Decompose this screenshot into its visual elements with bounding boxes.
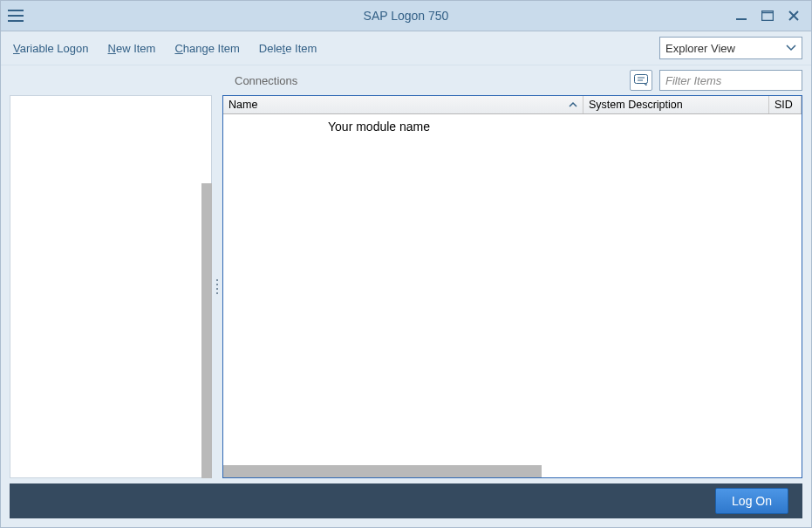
footer-bar: Log On	[10, 483, 802, 518]
filter-input[interactable]	[659, 70, 802, 91]
connections-grid: Name System Description SID Your module …	[222, 95, 802, 478]
window-controls	[734, 9, 811, 23]
splitter-handle[interactable]	[212, 95, 222, 478]
grid-body[interactable]: Your module name	[223, 114, 802, 465]
change-item-link[interactable]: Change Item	[174, 42, 239, 55]
column-header-system-description[interactable]: System Description	[583, 96, 769, 113]
scroll-thumb[interactable]	[223, 465, 542, 477]
comments-icon[interactable]	[630, 70, 652, 91]
left-panel	[10, 95, 212, 478]
tree-view[interactable]	[10, 95, 212, 183]
menu-icon[interactable]	[1, 1, 31, 31]
table-row[interactable]: Your module name	[223, 114, 802, 144]
left-scrollbar[interactable]	[201, 183, 212, 478]
view-mode-select[interactable]: Explorer View	[659, 37, 802, 59]
variable-logon-link[interactable]: Variable Logon	[13, 42, 89, 55]
section-title: Connections	[235, 74, 297, 87]
svg-rect-1	[635, 75, 648, 84]
title-bar: SAP Logon 750	[1, 1, 811, 31]
view-mode-label: Explorer View	[665, 42, 735, 55]
tree-view-lower[interactable]	[10, 183, 201, 478]
new-item-link[interactable]: New Item	[108, 42, 156, 55]
delete-item-link[interactable]: Delete Item	[259, 42, 317, 55]
maximize-icon[interactable]	[761, 9, 774, 23]
column-header-name[interactable]: Name	[223, 96, 583, 113]
app-window: SAP Logon 750 Variable Logon New Item Ch…	[0, 0, 812, 528]
minimize-icon[interactable]	[734, 9, 748, 23]
sort-asc-icon	[569, 101, 577, 108]
chevron-down-icon	[786, 45, 796, 51]
body: Name System Description SID Your module …	[1, 95, 811, 483]
cell-name: Your module name	[223, 120, 677, 134]
column-header-sid[interactable]: SID	[769, 96, 802, 113]
grid-horizontal-scrollbar[interactable]	[223, 465, 802, 477]
section-bar: Connections	[1, 65, 811, 95]
toolbar: Variable Logon New Item Change Item Dele…	[1, 31, 811, 65]
close-icon[interactable]	[787, 9, 801, 23]
logon-button[interactable]: Log On	[715, 488, 788, 514]
window-title: SAP Logon 750	[1, 9, 811, 23]
grid-header: Name System Description SID	[223, 96, 802, 114]
